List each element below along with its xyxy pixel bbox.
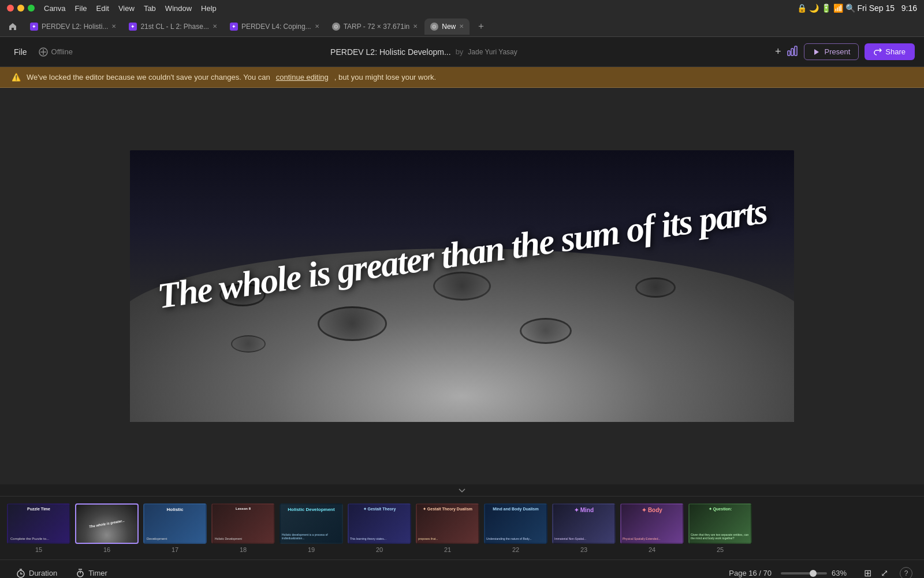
status-icons: 🔒 🌙 🔋 📶 🔍 Fri Sep 15 9:16 xyxy=(797,3,917,13)
thumb-img-24: ✦ Body Physical Spatially Extended... xyxy=(620,503,684,544)
svg-marker-6 xyxy=(814,49,819,55)
warning-text: We've locked the editor because we could… xyxy=(27,73,270,81)
minimize-window-button[interactable] xyxy=(17,5,24,12)
thumb-img-21: ✦ Gestalt Theory Dualism proposes that..… xyxy=(416,503,479,544)
thumb-num-16: 16 xyxy=(103,546,110,553)
duration-icon xyxy=(16,569,25,578)
thumbnail-23[interactable]: ✦ Mind Immaterial Non-Spatial... 23 xyxy=(552,503,616,553)
browser-tab-3[interactable]: ✦ PERDEV L4: Coping... ✕ xyxy=(224,18,325,35)
thumb-img-16: The whole is greater... xyxy=(75,503,139,544)
thumbnail-16[interactable]: The whole is greater... 16 xyxy=(75,503,139,553)
menu-tab[interactable]: Tab xyxy=(144,4,156,13)
thumb-num-17: 17 xyxy=(172,546,178,553)
close-window-button[interactable] xyxy=(7,5,14,12)
tab-close-1[interactable]: ✕ xyxy=(111,23,116,29)
file-menu-button[interactable]: File xyxy=(9,45,32,59)
offline-label: Offline xyxy=(51,47,73,56)
browser-tab-5[interactable]: ⊙ New ✕ xyxy=(424,18,470,35)
new-tab-button[interactable]: ＋ xyxy=(473,18,489,35)
slide-canvas[interactable]: The whole is greater than the sum of its… xyxy=(130,150,794,422)
thumbnail-18[interactable]: Lesson 8 Holistic Development 18 xyxy=(211,503,275,553)
document-title: PERDEV L2: Holistic Developm... xyxy=(330,47,451,57)
bottom-bar-left: Duration Timer xyxy=(12,566,112,579)
continue-editing-link[interactable]: continue editing xyxy=(276,73,329,81)
thumb-num-22: 22 xyxy=(512,546,519,553)
canva-toolbar: File Offline PERDEV L2: Holistic Develop… xyxy=(0,37,924,67)
thumbnail-17[interactable]: Holistic Development 17 xyxy=(143,503,207,553)
menu-edit[interactable]: Edit xyxy=(96,4,109,13)
zoom-slider[interactable] xyxy=(781,572,827,575)
menu-canva[interactable]: Canva xyxy=(44,4,66,13)
menu-view[interactable]: View xyxy=(118,4,135,13)
menu-file[interactable]: File xyxy=(75,4,87,13)
browser-tab-4[interactable]: ⊙ TARP - 72 × 37.671in ✕ xyxy=(326,18,424,35)
grid-view-button[interactable]: ⊞ xyxy=(862,565,874,578)
crater-5 xyxy=(635,277,676,298)
thumb-num-20: 20 xyxy=(376,546,383,553)
share-button[interactable]: Share xyxy=(865,43,915,60)
editor-area: The whole is greater than the sum of its… xyxy=(0,88,924,484)
toolbar-center: PERDEV L2: Holistic Developm... by Jade … xyxy=(73,47,775,57)
thumbnail-15[interactable]: Puzzle Time Complete the Puzzle to... 15 xyxy=(7,503,70,553)
thumbnail-24[interactable]: ✦ Body Physical Spatially Extended... 24 xyxy=(620,503,684,553)
thumb-img-15: Puzzle Time Complete the Puzzle to... xyxy=(7,503,70,544)
add-element-button[interactable]: + xyxy=(775,46,781,58)
bottom-bar-right: Page 16 / 70 63% ⊞ ⤢ ? xyxy=(729,565,912,578)
timer-icon xyxy=(76,569,85,578)
thumb-num-19: 19 xyxy=(308,546,315,553)
view-controls: ⊞ ⤢ xyxy=(862,565,891,578)
scroll-down-icon xyxy=(456,487,468,493)
zoom-thumb[interactable] xyxy=(810,570,817,577)
thumb-num-23: 23 xyxy=(580,546,587,553)
thumb-img-25: ✦ Question: Given that they are two sepa… xyxy=(688,503,752,544)
thumbnail-19[interactable]: Holistic Development Holistic developmen… xyxy=(280,503,343,553)
maximize-window-button[interactable] xyxy=(28,5,35,12)
analytics-button[interactable] xyxy=(787,45,798,58)
thumb-img-20: ✦ Gestalt Theory This learning theory st… xyxy=(348,503,411,544)
menu-window[interactable]: Window xyxy=(165,4,192,13)
thumbnail-22[interactable]: Mind and Body Dualism Understanding the … xyxy=(484,503,547,553)
fullscreen-button[interactable]: ⤢ xyxy=(878,565,891,578)
thumbnail-strip: Puzzle Time Complete the Puzzle to... 15… xyxy=(0,496,924,560)
duration-button[interactable]: Duration xyxy=(12,566,62,579)
tab-label-5: New xyxy=(442,23,456,31)
share-icon xyxy=(874,48,882,56)
present-button[interactable]: Present xyxy=(804,43,859,60)
thumbnail-21[interactable]: ✦ Gestalt Theory Dualism proposes that..… xyxy=(416,503,479,553)
warning-text2: , but you might lose your work. xyxy=(334,73,436,81)
menu-help[interactable]: Help xyxy=(201,4,217,13)
thumb-num-21: 21 xyxy=(444,546,451,553)
thumb-num-18: 18 xyxy=(240,546,247,553)
zoom-label: 63% xyxy=(832,569,852,577)
help-button[interactable]: ? xyxy=(900,567,912,579)
browser-tabs: ✦ PERDEV L2: Holisti... ✕ ✦ 21st CL - L … xyxy=(0,16,924,37)
tab-close-3[interactable]: ✕ xyxy=(315,23,319,29)
tab-label-4: TARP - 72 × 37.671in xyxy=(344,23,410,31)
offline-icon xyxy=(39,47,48,57)
home-button[interactable] xyxy=(5,18,21,35)
timer-button[interactable]: Timer xyxy=(71,566,112,579)
tab-label-2: 21st CL - L 2: Phase... xyxy=(140,23,209,31)
thumbnail-25[interactable]: ✦ Question: Given that they are two sepa… xyxy=(688,503,752,553)
crater-2 xyxy=(318,306,387,341)
browser-tab-1[interactable]: ✦ PERDEV L2: Holisti... ✕ xyxy=(24,18,122,35)
tab-close-4[interactable]: ✕ xyxy=(413,23,418,29)
scroll-indicator[interactable] xyxy=(0,484,924,496)
tab-label-3: PERDEV L4: Coping... xyxy=(241,23,311,31)
canvas-wrapper: The whole is greater than the sum of its… xyxy=(0,88,924,484)
title-bar-right: 🔒 🌙 🔋 📶 🔍 Fri Sep 15 9:16 xyxy=(797,3,917,13)
svg-rect-5 xyxy=(795,46,797,55)
svg-rect-3 xyxy=(788,51,790,55)
crater-4 xyxy=(520,318,572,344)
tab-close-5[interactable]: ✕ xyxy=(459,23,464,29)
offline-status: Offline xyxy=(39,47,73,57)
present-icon xyxy=(813,48,821,56)
page-info: Page 16 / 70 xyxy=(729,569,772,577)
thumbnail-20[interactable]: ✦ Gestalt Theory This learning theory st… xyxy=(348,503,411,553)
browser-tab-2[interactable]: ✦ 21st CL - L 2: Phase... ✕ xyxy=(123,18,223,35)
thumb-img-18: Lesson 8 Holistic Development xyxy=(211,503,275,544)
warning-icon: ⚠️ xyxy=(12,73,21,81)
tab-close-2[interactable]: ✕ xyxy=(213,23,217,29)
warning-banner: ⚠️ We've locked the editor because we co… xyxy=(0,67,924,88)
thumb-num-24: 24 xyxy=(649,546,655,553)
